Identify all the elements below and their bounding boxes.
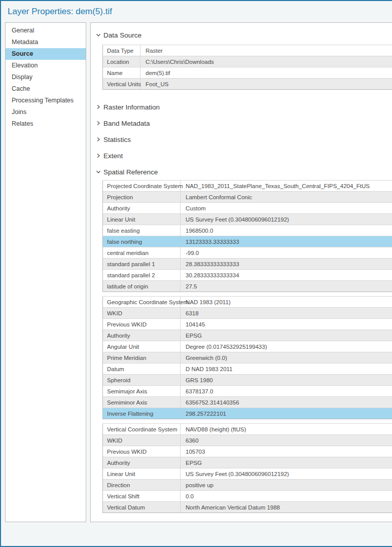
property-row-false-easting[interactable]: false easting1968500.0 [103,225,392,236]
property-row-wkid[interactable]: WKID6360 [103,435,392,446]
property-label: Prime Meridian [103,352,181,363]
property-value: 30.28333333333334 [181,270,392,281]
property-label: Geographic Coordinate System [103,297,181,308]
spatial-reference-table-0: Projected Coordinate SystemNAD_1983_2011… [102,180,392,292]
property-row-central-meridian[interactable]: central meridian-99.0 [103,247,392,259]
property-value: positive up [181,480,392,491]
chevron-down-icon [95,169,101,175]
property-value: 27.5 [181,281,392,292]
property-value: EPSG [181,457,392,468]
property-value: 298.257222101 [181,408,392,419]
property-label: Vertical Datum [103,502,181,513]
section-header-raster-information[interactable]: Raster Information [95,102,392,112]
property-label: Name [103,67,140,79]
property-row-direction[interactable]: Directionpositive up [103,480,392,491]
property-row-inverse-flattening[interactable]: Inverse Flattening298.257222101 [103,408,392,419]
dialog-titlebar: Layer Properties: dem(5).tif [1,1,392,22]
property-value: 6378137.0 [181,386,392,397]
property-label: false easting [103,225,181,236]
property-row-previous-wkid[interactable]: Previous WKID105703 [103,446,392,457]
property-row-authority[interactable]: AuthorityEPSG [103,330,392,341]
property-row-wkid[interactable]: WKID6318 [103,308,392,319]
property-value: NAD 1983 (2011) [181,297,392,308]
chevron-right-icon [95,104,101,110]
property-label: Semiminor Axis [103,397,181,408]
sidebar-item-cache[interactable]: Cache [6,83,86,95]
property-value: US Survey Feet (0.3048006096012192) [181,468,392,480]
sidebar-item-metadata[interactable]: Metadata [6,37,86,48]
property-value: 0.0 [181,491,392,502]
property-label: Angular Unit [103,341,181,352]
property-label: Data Type [103,45,140,56]
property-value: EPSG [181,330,392,341]
property-label: false northing [103,236,181,247]
property-value: Custom [181,203,392,214]
property-row-location[interactable]: LocationC:\Users\Chris\Downloads [103,56,392,67]
property-label: latitude of origin [103,281,181,292]
property-label: WKID [103,435,181,446]
property-row-semimajor-axis[interactable]: Semimajor Axis6378137.0 [103,386,392,397]
property-row-projection[interactable]: ProjectionLambert Conformal Conic [103,192,392,203]
property-row-geographic-coordinate-system[interactable]: Geographic Coordinate SystemNAD 1983 (20… [103,297,392,308]
property-row-latitude-of-origin[interactable]: latitude of origin27.5 [103,281,392,292]
property-row-linear-unit[interactable]: Linear UnitUS Survey Feet (0.30480060960… [103,214,392,225]
property-value: C:\Users\Chris\Downloads [140,56,392,67]
property-row-vertical-units[interactable]: Vertical UnitsFoot_US [103,79,392,90]
property-row-datum[interactable]: DatumD NAD 1983 2011 [103,363,392,375]
sidebar-item-elevation[interactable]: Elevation [6,60,86,71]
sidebar-item-relates[interactable]: Relates [6,118,86,130]
section-title: Data Source [103,31,141,39]
property-label: Vertical Coordinate System [103,424,181,435]
section-header-spatial-reference[interactable]: Spatial Reference [95,167,392,177]
property-row-data-type[interactable]: Data TypeRaster [103,45,392,56]
property-label: Linear Unit [103,468,181,480]
property-row-previous-wkid[interactable]: Previous WKID104145 [103,319,392,330]
property-value: 1968500.0 [181,225,392,236]
property-value: 13123333.33333333 [181,236,392,247]
property-value: Foot_US [140,79,392,90]
section-header-band-metadata[interactable]: Band Metadata [95,118,392,128]
property-value: D NAD 1983 2011 [181,363,392,375]
property-row-authority[interactable]: AuthorityCustom [103,203,392,214]
property-label: Authority [103,457,181,468]
property-label: Projected Coordinate System [103,180,181,192]
property-label: Spheroid [103,375,181,386]
data-source-table-0: Data TypeRasterLocationC:\Users\Chris\Do… [102,45,392,90]
section-title: Spatial Reference [103,168,158,176]
property-label: Location [103,56,140,67]
property-row-standard-parallel-2[interactable]: standard parallel 230.28333333333334 [103,270,392,281]
property-value: 28.38333333333333 [181,259,392,270]
sidebar-item-display[interactable]: Display [6,71,86,83]
sidebar-item-processing-templates[interactable]: Processing Templates [6,95,86,106]
property-row-projected-coordinate-system[interactable]: Projected Coordinate SystemNAD_1983_2011… [103,180,392,192]
sidebar-item-joins[interactable]: Joins [6,106,86,118]
property-label: Vertical Shift [103,491,181,502]
section-header-extent[interactable]: Extent [95,151,392,161]
property-label: Authority [103,203,181,214]
property-row-standard-parallel-1[interactable]: standard parallel 128.38333333333333 [103,259,392,270]
property-row-authority[interactable]: AuthorityEPSG [103,457,392,468]
sidebar-item-source[interactable]: Source [6,48,86,60]
property-row-vertical-shift[interactable]: Vertical Shift0.0 [103,491,392,502]
property-row-angular-unit[interactable]: Angular UnitDegree (0.0174532925199433) [103,341,392,352]
property-row-false-northing[interactable]: false northing13123333.33333333 [103,236,392,247]
property-label: central meridian [103,247,181,259]
property-row-spheroid[interactable]: SpheroidGRS 1980 [103,375,392,386]
property-value: Degree (0.0174532925199433) [181,341,392,352]
property-value: GRS 1980 [181,375,392,386]
property-row-name[interactable]: Namedem(5).tif [103,67,392,79]
property-row-vertical-coordinate-system[interactable]: Vertical Coordinate SystemNAVD88 (height… [103,424,392,435]
property-label: WKID [103,308,181,319]
section-header-data-source[interactable]: Data Source [95,30,392,40]
section-title: Raster Information [103,103,160,111]
property-row-prime-meridian[interactable]: Prime MeridianGreenwich (0.0) [103,352,392,363]
property-row-semiminor-axis[interactable]: Semiminor Axis6356752.314140356 [103,397,392,408]
property-row-linear-unit[interactable]: Linear UnitUS Survey Feet (0.30480060960… [103,468,392,480]
dialog-title: Layer Properties: dem(5).tif [8,7,112,17]
section-title: Band Metadata [103,120,150,127]
property-label: Inverse Flattening [103,408,181,419]
property-row-vertical-datum[interactable]: Vertical DatumNorth American Vertical Da… [103,502,392,513]
section-header-statistics[interactable]: Statistics [95,134,392,144]
sidebar-item-general[interactable]: General [6,25,86,37]
property-label: Previous WKID [103,446,181,457]
